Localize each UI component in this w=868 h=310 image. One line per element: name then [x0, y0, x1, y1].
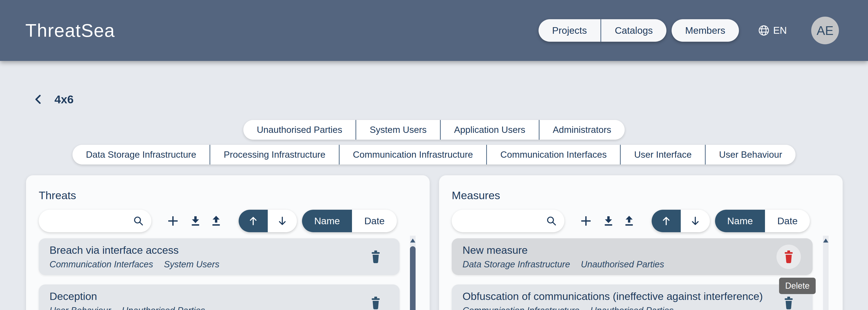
scroll-up-icon[interactable] [410, 239, 415, 243]
chevron-left-icon [34, 94, 42, 105]
component-filter-group: Data Storage Infrastructure Processing I… [72, 145, 796, 165]
nav-catalogs-button[interactable]: Catalogs [600, 19, 666, 42]
measures-sort-asc-button[interactable] [652, 210, 681, 232]
delete-measure-button[interactable] [776, 245, 801, 269]
avatar[interactable]: AE [811, 16, 839, 44]
app-header: ThreatSea Projects Catalogs Members [0, 0, 868, 61]
threats-toolbar: Name Date [39, 210, 417, 232]
measures-scrollbar[interactable] [823, 236, 829, 310]
plus-icon [167, 215, 179, 227]
page-title: 4x6 [55, 93, 74, 106]
filter-administrators[interactable]: Administrators [539, 120, 625, 140]
measures-sort-date-button[interactable]: Date [765, 210, 810, 232]
measures-add-button[interactable] [577, 212, 595, 230]
back-button[interactable] [33, 93, 43, 105]
threats-sort-asc-button[interactable] [239, 210, 268, 232]
language-switcher[interactable]: EN [758, 25, 787, 36]
trash-icon [783, 296, 795, 310]
threats-export-button[interactable] [187, 212, 205, 230]
measures-list: New measure Data Storage Infrastructure … [452, 238, 813, 310]
measure-tag: Communication Infrastructure [463, 306, 579, 310]
threat-tag: Unauthorised Parties [122, 306, 205, 310]
filter-user-behaviour[interactable]: User Behaviour [705, 145, 796, 165]
threats-list: Breach via interface access Communicatio… [39, 238, 400, 310]
download-icon [603, 215, 614, 227]
nav-members-group: Members [672, 19, 739, 42]
breadcrumb: 4x6 [33, 93, 868, 106]
measures-import-button[interactable] [620, 212, 638, 230]
upload-icon [623, 215, 635, 227]
threats-import-button[interactable] [207, 212, 225, 230]
measures-export-button[interactable] [599, 212, 617, 230]
filter-unauthorised-parties[interactable]: Unauthorised Parties [243, 120, 355, 140]
upload-icon [211, 215, 222, 227]
threats-sort-desc-button[interactable] [268, 210, 297, 232]
measures-sort-direction [652, 210, 710, 232]
search-icon [546, 215, 557, 226]
delete-threat-button[interactable] [364, 291, 388, 310]
nav-projects-button[interactable]: Projects [538, 19, 600, 42]
measures-panel-title: Measures [452, 189, 830, 202]
threats-scrollbar[interactable] [410, 236, 415, 310]
delete-tooltip: Delete [779, 278, 816, 294]
measures-sort-name-button[interactable]: Name [715, 210, 765, 232]
measures-sort-desc-button[interactable] [681, 210, 710, 232]
filter-data-storage-infrastructure[interactable]: Data Storage Infrastructure [72, 145, 210, 165]
filter-system-users[interactable]: System Users [355, 120, 440, 140]
measures-panel: Measures [439, 175, 843, 310]
component-filter-row: Data Storage Infrastructure Processing I… [0, 145, 868, 165]
trash-icon [370, 250, 382, 264]
measure-title: Obfuscation of communications (ineffecti… [463, 290, 773, 303]
threats-scrollbar-thumb[interactable] [410, 246, 415, 310]
measure-tag: Unauthorised Parties [590, 306, 674, 310]
threat-tag: Communication Interfaces [50, 260, 153, 270]
scroll-up-icon[interactable] [823, 239, 828, 243]
threats-search-input[interactable] [49, 216, 133, 226]
measure-card[interactable]: Obfuscation of communications (ineffecti… [452, 284, 813, 310]
filter-communication-infrastructure[interactable]: Communication Infrastructure [339, 145, 487, 165]
threats-sort-date-button[interactable]: Date [352, 210, 397, 232]
filter-communication-interfaces[interactable]: Communication Interfaces [486, 145, 620, 165]
measures-toolbar: Name Date [452, 210, 830, 232]
plus-icon [580, 215, 592, 227]
arrow-down-icon [277, 216, 287, 226]
threat-title: Breach via interface access [50, 244, 360, 256]
threat-tag: User Behaviour [50, 306, 111, 310]
threatsea-logo: ThreatSea [25, 20, 115, 41]
measure-card[interactable]: New measure Data Storage Infrastructure … [452, 238, 813, 275]
attacker-filter-group: Unauthorised Parties System Users Applic… [243, 120, 625, 140]
threat-tags: User Behaviour Unauthorised Parties [50, 306, 360, 310]
threats-sort-field: Name Date [302, 210, 397, 232]
threats-search [39, 210, 151, 232]
measures-search [452, 210, 564, 232]
trash-icon [783, 250, 795, 264]
header-nav: Projects Catalogs Members EN AE [538, 16, 839, 44]
trash-icon [370, 296, 382, 310]
search-icon [133, 215, 144, 226]
nav-group: Projects Catalogs [538, 19, 666, 42]
threats-panel-title: Threats [39, 189, 417, 202]
delete-threat-button[interactable] [364, 245, 388, 269]
measure-tags: Data Storage Infrastructure Unauthorised… [463, 260, 773, 270]
threat-card[interactable]: Breach via interface access Communicatio… [39, 238, 400, 275]
filter-processing-infrastructure[interactable]: Processing Infrastructure [210, 145, 339, 165]
threat-tags: Communication Interfaces System Users [50, 260, 360, 270]
threats-panel: Threats [26, 175, 430, 310]
page: ThreatSea Projects Catalogs Members [0, 0, 868, 310]
filter-user-interface[interactable]: User Interface [620, 145, 705, 165]
threat-tag: System Users [164, 260, 219, 270]
measures-search-input[interactable] [462, 216, 546, 226]
threats-sort-name-button[interactable]: Name [302, 210, 352, 232]
attacker-filter-row: Unauthorised Parties System Users Applic… [0, 120, 868, 140]
arrow-up-icon [248, 216, 258, 226]
panels-row: Threats [26, 175, 843, 310]
globe-icon [758, 25, 770, 36]
filter-application-users[interactable]: Application Users [440, 120, 538, 140]
nav-members-button[interactable]: Members [672, 19, 739, 42]
threat-title: Deception [50, 290, 360, 303]
threat-card[interactable]: Deception User Behaviour Unauthorised Pa… [39, 284, 400, 310]
measure-tag: Data Storage Infrastructure [463, 260, 570, 270]
measure-title: New measure [463, 244, 773, 256]
measures-sort-field: Name Date [715, 210, 810, 232]
threats-add-button[interactable] [164, 212, 182, 230]
